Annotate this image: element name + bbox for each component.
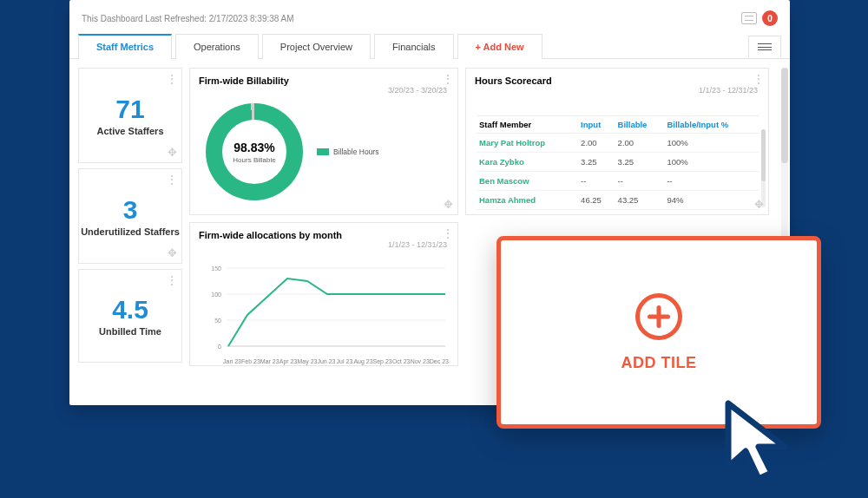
svg-text:150: 150 <box>211 265 221 272</box>
col-input[interactable]: Input <box>578 116 615 134</box>
kpi-underutilized-staffers[interactable]: ⋮ 3 Underutilized Staffers ✥ <box>78 168 182 264</box>
tile-menu-icon[interactable]: ⋮ <box>167 274 176 286</box>
col-pct[interactable]: Billable/Input % <box>664 116 760 134</box>
kpi-label: Active Staffers <box>79 126 181 136</box>
donut-percent: 98.83% <box>233 141 274 154</box>
donut-sublabel: Hours Billable <box>233 156 275 164</box>
tile-menu-icon[interactable]: ⋮ <box>167 174 176 186</box>
tab-bar: Staff Metrics Operations Project Overvie… <box>69 33 790 59</box>
table-row[interactable]: Mary Pat Holtrop2.00 2.00100% <box>477 134 760 153</box>
tab-staff-metrics[interactable]: Staff Metrics <box>78 34 172 59</box>
kpi-value: 3 <box>79 195 181 225</box>
table-row[interactable]: Ben Mascow-- ---- <box>477 172 760 191</box>
kpi-value: 4.5 <box>79 295 181 324</box>
tile-menu-icon[interactable]: ⋮ <box>443 227 452 239</box>
chart-legend: Billable Hours <box>317 147 378 156</box>
tab-project-overview[interactable]: Project Overview <box>262 34 371 59</box>
tab-financials[interactable]: Financials <box>374 34 454 59</box>
add-tile-label: ADD TILE <box>621 354 697 372</box>
table-row[interactable]: Hamza Ahmed46.25 43.2594% <box>477 191 760 210</box>
svg-text:0: 0 <box>218 344 221 350</box>
last-refreshed: This Dashboard Last Refreshed: 2/17/2023… <box>82 14 294 23</box>
tile-menu-icon[interactable]: ⋮ <box>753 73 763 85</box>
filter-button[interactable] <box>748 36 781 57</box>
tile-hours-scorecard[interactable]: ⋮ Hours Scorecard 1/1/23 - 12/31/23 Staf… <box>465 68 769 215</box>
col-staff[interactable]: Staff Member <box>477 116 578 134</box>
col-billable[interactable]: Billable <box>615 116 665 134</box>
tile-date-range: 1/1/23 - 12/31/23 <box>388 240 447 249</box>
drag-handle-icon[interactable]: ✥ <box>444 198 453 211</box>
cursor-icon <box>724 399 802 486</box>
tile-title: Firm-wide Billability <box>190 69 457 86</box>
legend-label: Billable Hours <box>333 147 378 156</box>
kpi-unbilled-time[interactable]: ⋮ 4.5 Unbilled Time <box>78 269 182 363</box>
legend-swatch <box>317 148 329 155</box>
tile-menu-icon[interactable]: ⋮ <box>167 73 176 85</box>
sliders-icon <box>758 42 772 52</box>
x-axis-labels: Jan 23Feb 23Mar 23Apr 23May 23Jun 23 Jul… <box>202 358 449 364</box>
kpi-label: Underutilized Staffers <box>79 226 181 237</box>
table-scrollbar[interactable] <box>761 129 766 207</box>
drag-handle-icon[interactable]: ✥ <box>168 246 177 259</box>
drag-handle-icon[interactable]: ✥ <box>168 146 177 159</box>
svg-text:50: 50 <box>214 318 221 324</box>
tile-menu-icon[interactable]: ⋮ <box>443 73 452 85</box>
table-row[interactable]: Kara Zybko3.25 3.25100% <box>477 153 760 172</box>
kpi-active-staffers[interactable]: ⋮ 71 Active Staffers ✥ <box>78 68 182 163</box>
donut-chart: 98.83% Hours Billable <box>206 103 303 200</box>
tile-billability[interactable]: ⋮ Firm-wide Billability 3/20/23 - 3/20/2… <box>189 68 458 215</box>
list-icon[interactable] <box>741 12 757 24</box>
header: This Dashboard Last Refreshed: 2/17/2023… <box>69 0 790 33</box>
svg-marker-8 <box>728 403 785 479</box>
tile-date-range: 3/20/23 - 3/20/23 <box>388 86 447 95</box>
tile-title: Firm-wide allocations by month <box>190 223 457 240</box>
tile-title: Hours Scorecard <box>466 69 768 86</box>
drag-handle-icon[interactable]: ✥ <box>754 198 764 211</box>
plus-circle-icon <box>635 293 682 340</box>
notification-badge[interactable]: 0 <box>762 10 778 26</box>
tile-allocations[interactable]: ⋮ Firm-wide allocations by month 1/1/23 … <box>189 222 458 366</box>
kpi-label: Unbilled Time <box>79 326 181 337</box>
line-chart: 150 100 50 0 <box>202 259 450 355</box>
tab-add-new[interactable]: + Add New <box>457 34 542 59</box>
tab-operations[interactable]: Operations <box>175 34 259 59</box>
scorecard-table: Staff Member Input Billable Billable/Inp… <box>477 115 760 210</box>
svg-text:100: 100 <box>211 292 221 298</box>
kpi-value: 71 <box>79 95 181 124</box>
header-actions: 0 <box>741 10 778 26</box>
body-scrollbar-thumb[interactable] <box>781 68 788 163</box>
